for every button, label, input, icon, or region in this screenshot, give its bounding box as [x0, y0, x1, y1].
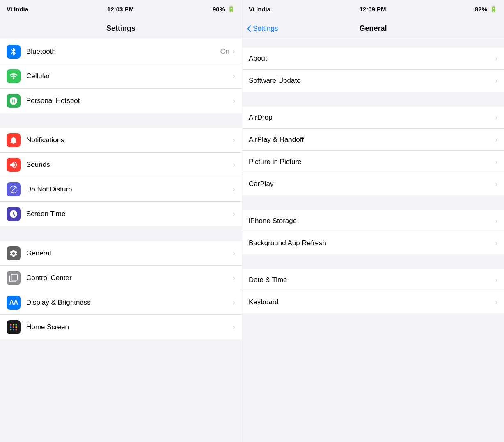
settings-row-screentime[interactable]: Screen Time ›	[0, 202, 242, 226]
hotspot-chevron: ›	[233, 97, 235, 105]
right-row-carplay[interactable]: CarPlay ›	[242, 173, 504, 195]
pictureinpicture-label: Picture in Picture	[249, 158, 495, 166]
right-row-backgroundapprefresh[interactable]: Background App Refresh ›	[242, 232, 504, 254]
svg-rect-0	[10, 324, 12, 326]
controlcenter-label: Control Center	[26, 274, 233, 282]
left-time: 12:03 PM	[107, 6, 134, 13]
svg-rect-7	[13, 329, 14, 331]
right-status-right: 82% 🔋	[475, 5, 497, 13]
right-time: 12:09 PM	[360, 6, 386, 13]
section-notifications: Notifications › Sounds › Do Not Disturb …	[0, 128, 242, 226]
sounds-label: Sounds	[26, 161, 233, 169]
keyboard-label: Keyboard	[249, 298, 495, 306]
airplay-chevron: ›	[495, 136, 497, 144]
display-label: Display & Brightness	[26, 298, 233, 307]
back-chevron-icon	[247, 25, 251, 32]
notifications-icon	[9, 136, 18, 145]
right-battery-icon: 🔋	[490, 5, 497, 13]
carplay-label: CarPlay	[249, 180, 495, 188]
airdrop-chevron: ›	[495, 114, 497, 122]
screentime-icon-bg	[7, 207, 21, 221]
left-status-right: 90% 🔋	[213, 5, 235, 13]
cellular-icon	[9, 72, 18, 81]
right-nav-bar: Settings General	[242, 18, 504, 39]
right-section-3: iPhone Storage › Background App Refresh …	[242, 210, 504, 254]
right-panel: Vi India 12:09 PM 82% 🔋 Settings General…	[242, 0, 504, 442]
left-battery-icon: 🔋	[227, 5, 235, 13]
right-row-about[interactable]: About ›	[242, 48, 504, 70]
settings-row-controlcenter[interactable]: Control Center ›	[0, 266, 242, 290]
iphonestorage-label: iPhone Storage	[249, 217, 495, 225]
settings-row-homescreen[interactable]: Home Screen ›	[0, 315, 242, 339]
about-chevron: ›	[495, 55, 497, 63]
homescreen-icon	[9, 323, 18, 332]
svg-rect-3	[10, 326, 12, 328]
carplay-chevron: ›	[495, 180, 497, 188]
settings-row-hotspot[interactable]: Personal Hotspot ›	[0, 89, 242, 113]
right-row-iphonestorage[interactable]: iPhone Storage ›	[242, 210, 504, 232]
screentime-chevron: ›	[233, 210, 235, 218]
homescreen-icon-bg	[7, 320, 21, 334]
svg-rect-2	[16, 324, 17, 326]
right-section-2: AirDrop › AirPlay & Handoff › Picture in…	[242, 107, 504, 195]
keyboard-chevron: ›	[495, 298, 497, 306]
display-icon-bg: AA	[7, 296, 21, 310]
airplay-label: AirPlay & Handoff	[249, 136, 495, 144]
cellular-label: Cellular	[26, 72, 233, 80]
bluetooth-icon	[9, 47, 18, 56]
right-nav-title: General	[359, 24, 387, 33]
back-label: Settings	[253, 25, 278, 33]
left-panel: Vi India 12:03 PM 90% 🔋 Settings Bluetoo…	[0, 0, 242, 442]
general-label: General	[26, 249, 233, 257]
right-battery: 82%	[475, 6, 487, 13]
donotdisturb-chevron: ›	[233, 185, 235, 194]
settings-row-display[interactable]: AA Display & Brightness ›	[0, 290, 242, 315]
donotdisturb-icon	[9, 185, 18, 194]
right-settings-content: About › Software Update › AirDrop › AirP…	[242, 39, 504, 442]
datetime-label: Date & Time	[249, 276, 495, 284]
airdrop-label: AirDrop	[249, 114, 495, 122]
settings-row-donotdisturb[interactable]: Do Not Disturb ›	[0, 177, 242, 202]
sounds-icon	[9, 160, 18, 169]
right-row-softwareupdate[interactable]: Software Update ›	[242, 70, 504, 92]
controlcenter-chevron: ›	[233, 274, 235, 282]
iphonestorage-chevron: ›	[495, 217, 497, 225]
right-status-bar: Vi India 12:09 PM 82% 🔋	[242, 0, 504, 18]
settings-row-sounds[interactable]: Sounds ›	[0, 153, 242, 177]
screentime-label: Screen Time	[26, 210, 233, 218]
section-general: General › Control Center › AA Display & …	[0, 241, 242, 339]
left-nav-bar: Settings	[0, 18, 242, 39]
settings-row-cellular[interactable]: Cellular ›	[0, 64, 242, 89]
settings-row-bluetooth[interactable]: Bluetooth On ›	[0, 39, 242, 64]
section-network: Bluetooth On › Cellular › Personal Hotsp…	[0, 39, 242, 113]
display-icon-text: AA	[9, 299, 18, 306]
right-row-airplay[interactable]: AirPlay & Handoff ›	[242, 129, 504, 151]
controlcenter-icon-bg	[7, 271, 21, 285]
right-row-pictureinpicture[interactable]: Picture in Picture ›	[242, 151, 504, 173]
bluetooth-value: On	[220, 48, 230, 56]
settings-row-notifications[interactable]: Notifications ›	[0, 128, 242, 153]
backgroundapprefresh-label: Background App Refresh	[249, 239, 495, 247]
right-row-keyboard[interactable]: Keyboard ›	[242, 291, 504, 313]
display-chevron: ›	[233, 298, 235, 307]
right-separator-top	[242, 39, 504, 48]
left-carrier: Vi India	[7, 6, 28, 13]
pictureinpicture-chevron: ›	[495, 158, 497, 166]
svg-rect-6	[10, 329, 12, 331]
general-icon	[9, 249, 18, 258]
bluetooth-chevron: ›	[233, 48, 235, 56]
right-nav-back[interactable]: Settings	[247, 25, 278, 33]
settings-row-general[interactable]: General ›	[0, 241, 242, 266]
left-settings-content: Bluetooth On › Cellular › Personal Hotsp…	[0, 39, 242, 442]
backgroundapprefresh-chevron: ›	[495, 239, 497, 247]
right-row-datetime[interactable]: Date & Time ›	[242, 269, 504, 291]
homescreen-chevron: ›	[233, 323, 235, 331]
datetime-chevron: ›	[495, 276, 497, 284]
notifications-chevron: ›	[233, 136, 235, 144]
right-section-1: About › Software Update ›	[242, 48, 504, 92]
right-row-airdrop[interactable]: AirDrop ›	[242, 107, 504, 129]
softwareupdate-label: Software Update	[249, 77, 495, 85]
hotspot-label: Personal Hotspot	[26, 97, 233, 105]
controlcenter-icon	[9, 273, 18, 283]
general-icon-bg	[7, 246, 21, 260]
